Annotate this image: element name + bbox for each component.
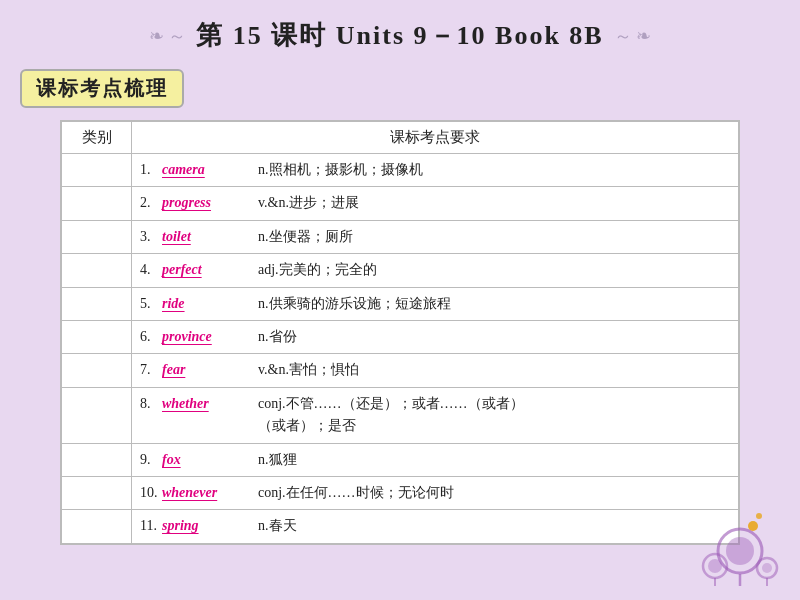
vocab-def: adj.完美的；完全的 <box>258 259 730 281</box>
vocab-word: camera <box>162 159 252 181</box>
vocab-num: 3. <box>140 226 162 248</box>
vocab-num: 7. <box>140 359 162 381</box>
row-content: 1.cameran.照相机；摄影机；摄像机 <box>132 154 739 187</box>
row-content: 11.springn.春天 <box>132 510 739 543</box>
vocab-entry: 11.springn.春天 <box>140 513 730 539</box>
vocab-entry: 3.toiletn.坐便器；厕所 <box>140 224 730 250</box>
svg-point-10 <box>756 513 762 519</box>
col-header-requirement: 课标考点要求 <box>132 122 739 154</box>
row-category <box>62 287 132 320</box>
row-content: 3.toiletn.坐便器；厕所 <box>132 220 739 253</box>
svg-point-9 <box>748 521 758 531</box>
vocab-entry: 5.riden.供乘骑的游乐设施；短途旅程 <box>140 291 730 317</box>
table-row: 4.perfectadj.完美的；完全的 <box>62 254 739 287</box>
vocab-def: n.狐狸 <box>258 449 730 471</box>
row-category <box>62 254 132 287</box>
vocab-entry: 2.progressv.&n.进步；进展 <box>140 190 730 216</box>
vocab-def: n.省份 <box>258 326 730 348</box>
vocab-def: n.春天 <box>258 515 730 537</box>
row-category <box>62 510 132 543</box>
row-category <box>62 443 132 476</box>
vocab-entry: 6.provincen.省份 <box>140 324 730 350</box>
row-category <box>62 187 132 220</box>
table-row: 11.springn.春天 <box>62 510 739 543</box>
page-header: ❧ ～ 第 15 课时 Units 9－10 Book 8B ～ ❧ <box>0 0 800 63</box>
vocab-word: progress <box>162 192 252 214</box>
row-content: 2.progressv.&n.进步；进展 <box>132 187 739 220</box>
deco-bottom-right <box>695 496 785 590</box>
header-deco-left: ❧ ～ <box>149 24 187 48</box>
row-content: 6.provincen.省份 <box>132 320 739 353</box>
table-row: 7.fearv.&n.害怕；惧怕 <box>62 354 739 387</box>
col-header-type: 类别 <box>62 122 132 154</box>
row-category <box>62 220 132 253</box>
svg-point-1 <box>726 537 754 565</box>
row-category <box>62 476 132 509</box>
vocab-num: 8. <box>140 393 162 415</box>
vocab-entry: 8.whetherconj.不管……（还是）；或者……（或者）（或者）；是否 <box>140 391 730 440</box>
vocab-entry: 7.fearv.&n.害怕；惧怕 <box>140 357 730 383</box>
header-title: 第 15 课时 Units 9－10 Book 8B <box>196 18 603 53</box>
vocab-num: 10. <box>140 482 162 504</box>
table-row: 3.toiletn.坐便器；厕所 <box>62 220 739 253</box>
table-row: 6.provincen.省份 <box>62 320 739 353</box>
row-content: 4.perfectadj.完美的；完全的 <box>132 254 739 287</box>
svg-point-5 <box>762 563 772 573</box>
vocab-entry: 4.perfectadj.完美的；完全的 <box>140 257 730 283</box>
vocab-word: province <box>162 326 252 348</box>
row-content: 10.wheneverconj.在任何……时候；无论何时 <box>132 476 739 509</box>
vocab-def: n.照相机；摄影机；摄像机 <box>258 159 730 181</box>
vocab-def: n.坐便器；厕所 <box>258 226 730 248</box>
row-category <box>62 154 132 187</box>
vocab-def: v.&n.进步；进展 <box>258 192 730 214</box>
vocab-word: fear <box>162 359 252 381</box>
svg-point-3 <box>708 559 722 573</box>
header-deco-right: ～ ❧ <box>614 24 652 48</box>
vocab-table: 类别 课标考点要求 1.cameran.照相机；摄影机；摄像机2.progres… <box>61 121 739 544</box>
vocab-def: conj.不管……（还是）；或者……（或者）（或者）；是否 <box>258 393 730 438</box>
vocab-word: fox <box>162 449 252 471</box>
vocab-def: conj.在任何……时候；无论何时 <box>258 482 730 504</box>
vocab-num: 9. <box>140 449 162 471</box>
section-label: 课标考点梳理 <box>0 63 800 120</box>
vocab-word: toilet <box>162 226 252 248</box>
table-row: 9.foxn.狐狸 <box>62 443 739 476</box>
row-category <box>62 387 132 443</box>
vocab-entry: 1.cameran.照相机；摄影机；摄像机 <box>140 157 730 183</box>
table-row: 5.riden.供乘骑的游乐设施；短途旅程 <box>62 287 739 320</box>
table-row: 8.whetherconj.不管……（还是）；或者……（或者）（或者）；是否 <box>62 387 739 443</box>
table-header-row: 类别 课标考点要求 <box>62 122 739 154</box>
vocab-table-container: 类别 课标考点要求 1.cameran.照相机；摄影机；摄像机2.progres… <box>60 120 740 545</box>
vocab-word: perfect <box>162 259 252 281</box>
vocab-num: 2. <box>140 192 162 214</box>
table-row: 1.cameran.照相机；摄影机；摄像机 <box>62 154 739 187</box>
row-content: 7.fearv.&n.害怕；惧怕 <box>132 354 739 387</box>
vocab-word: spring <box>162 515 252 537</box>
vocab-word: whether <box>162 393 252 415</box>
vocab-num: 11. <box>140 515 162 537</box>
vocab-def: n.供乘骑的游乐设施；短途旅程 <box>258 293 730 315</box>
vocab-word: ride <box>162 293 252 315</box>
row-category <box>62 320 132 353</box>
vocab-num: 4. <box>140 259 162 281</box>
vocab-num: 5. <box>140 293 162 315</box>
vocab-word: whenever <box>162 482 252 504</box>
row-content: 9.foxn.狐狸 <box>132 443 739 476</box>
table-row: 10.wheneverconj.在任何……时候；无论何时 <box>62 476 739 509</box>
row-content: 5.riden.供乘骑的游乐设施；短途旅程 <box>132 287 739 320</box>
vocab-num: 1. <box>140 159 162 181</box>
row-content: 8.whetherconj.不管……（还是）；或者……（或者）（或者）；是否 <box>132 387 739 443</box>
vocab-num: 6. <box>140 326 162 348</box>
row-category <box>62 354 132 387</box>
vocab-entry: 9.foxn.狐狸 <box>140 447 730 473</box>
vocab-entry: 10.wheneverconj.在任何……时候；无论何时 <box>140 480 730 506</box>
table-row: 2.progressv.&n.进步；进展 <box>62 187 739 220</box>
vocab-def: v.&n.害怕；惧怕 <box>258 359 730 381</box>
